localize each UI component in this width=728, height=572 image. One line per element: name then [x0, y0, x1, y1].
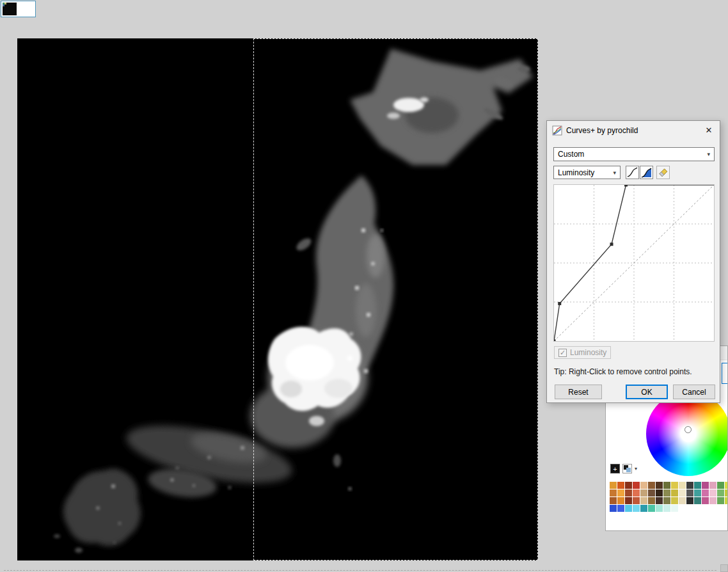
- palette-swatch[interactable]: [663, 497, 670, 504]
- palette-swatch[interactable]: [640, 497, 647, 504]
- channel-value: Luminosity: [558, 168, 594, 177]
- palette-swatch[interactable]: [686, 489, 693, 497]
- palette-swatch[interactable]: [725, 505, 728, 512]
- palette-swatch[interactable]: [694, 505, 701, 512]
- palette-swatch[interactable]: [679, 489, 686, 497]
- palette-swatch[interactable]: [656, 489, 663, 497]
- chevron-down-icon: ▾: [613, 170, 616, 176]
- eraser-icon: [657, 166, 669, 179]
- palette-swatch[interactable]: [610, 497, 617, 504]
- color-wheel[interactable]: [646, 392, 728, 476]
- color-palette-grid: [610, 482, 728, 512]
- palette-swatch[interactable]: [633, 489, 640, 497]
- palette-swatch[interactable]: [617, 489, 624, 497]
- palette-swatch[interactable]: [671, 497, 678, 504]
- palette-swatch[interactable]: [717, 489, 724, 497]
- curve-editor[interactable]: [553, 184, 715, 342]
- curve-control-point[interactable]: [558, 302, 561, 305]
- palette-swatch[interactable]: [702, 489, 709, 497]
- palette-swatch[interactable]: [656, 497, 663, 504]
- palette-swatch[interactable]: [640, 489, 647, 497]
- curves-plus-dialog: Curves+ by pyrochild ✕ Custom ▾ Luminosi…: [546, 120, 720, 403]
- palette-swatch[interactable]: [686, 505, 693, 512]
- palette-swatch[interactable]: [694, 489, 701, 497]
- palette-swatch[interactable]: [717, 482, 724, 489]
- colors-more-button[interactable]: [722, 363, 728, 384]
- dialog-titlebar[interactable]: Curves+ by pyrochild ✕: [547, 121, 720, 140]
- palette-swatch[interactable]: [633, 497, 640, 504]
- palette-swatch[interactable]: [663, 505, 670, 512]
- bottom-dashed-edge: [4, 570, 716, 571]
- palette-swatch[interactable]: [610, 482, 617, 489]
- palette-swatch[interactable]: [686, 482, 693, 489]
- palette-swatch[interactable]: [725, 497, 728, 504]
- palette-swatch[interactable]: [617, 482, 624, 489]
- thumbnail-pixel: [4, 3, 6, 4]
- palette-swatch[interactable]: [709, 497, 716, 504]
- eraser-tool-button[interactable]: [656, 166, 670, 179]
- curve-filled-icon: [640, 166, 653, 179]
- palette-swatch[interactable]: [694, 482, 701, 489]
- curve-control-point[interactable]: [554, 340, 556, 342]
- palette-swatch[interactable]: [717, 497, 724, 504]
- window-resize-grip[interactable]: [720, 564, 728, 572]
- palette-swatch[interactable]: [648, 497, 655, 504]
- curve-line-tool-button[interactable]: [626, 166, 639, 179]
- palette-swatch[interactable]: [610, 489, 617, 497]
- palette-swatch[interactable]: [679, 505, 686, 512]
- palette-swatch[interactable]: [671, 489, 678, 497]
- palette-swatch[interactable]: [640, 505, 647, 512]
- primary-secondary-swatch-icon[interactable]: [622, 464, 632, 473]
- palette-swatch[interactable]: [671, 482, 678, 489]
- palette-swatch[interactable]: [679, 497, 686, 504]
- checkbox-checked-icon[interactable]: ✓: [558, 349, 567, 357]
- secondary-color-swatch: [626, 468, 631, 472]
- palette-swatch[interactable]: [686, 497, 693, 504]
- channel-dropdown[interactable]: Luminosity ▾: [553, 166, 621, 179]
- palette-swatch[interactable]: [702, 505, 709, 512]
- palette-swatch[interactable]: [625, 482, 632, 489]
- palette-swatch[interactable]: [610, 505, 617, 512]
- palette-swatch[interactable]: [640, 482, 647, 489]
- reset-button[interactable]: Reset: [555, 385, 602, 399]
- palette-swatch[interactable]: [625, 505, 632, 512]
- palette-swatch[interactable]: [725, 482, 728, 489]
- palette-swatch[interactable]: [663, 489, 670, 497]
- palette-swatch[interactable]: [617, 497, 624, 504]
- cancel-button[interactable]: Cancel: [673, 385, 715, 399]
- palette-swatch[interactable]: [625, 497, 632, 504]
- preset-dropdown[interactable]: Custom ▾: [553, 147, 715, 161]
- color-wheel-indicator[interactable]: [684, 426, 692, 433]
- ok-button[interactable]: OK: [626, 385, 668, 399]
- palette-swatch[interactable]: [709, 489, 716, 497]
- curve-control-point[interactable]: [610, 242, 613, 246]
- palette-swatch[interactable]: [679, 482, 686, 489]
- palette-swatch[interactable]: [633, 505, 640, 512]
- palette-swatch[interactable]: [648, 505, 655, 512]
- palette-swatch[interactable]: [617, 505, 624, 512]
- palette-swatch[interactable]: [702, 497, 709, 504]
- palette-swatch[interactable]: [671, 505, 678, 512]
- palette-swatch[interactable]: [717, 505, 724, 512]
- palette-swatch[interactable]: [694, 497, 701, 504]
- palette-swatch[interactable]: [702, 482, 709, 489]
- add-palette-color-icon[interactable]: +: [610, 464, 620, 473]
- palette-swatch[interactable]: [725, 489, 728, 497]
- swatch-dropdown-chevron-icon[interactable]: ▾: [635, 466, 637, 472]
- curve-filled-tool-button[interactable]: [640, 166, 653, 179]
- drawing-canvas[interactable]: [17, 38, 538, 560]
- palette-swatch[interactable]: [656, 505, 663, 512]
- curve-control-point[interactable]: [624, 185, 628, 187]
- image-tab-thumbnail[interactable]: [1, 1, 36, 17]
- palette-swatch[interactable]: [633, 482, 640, 489]
- close-icon[interactable]: ✕: [698, 121, 720, 140]
- palette-swatch[interactable]: [648, 489, 655, 497]
- palette-swatch[interactable]: [663, 482, 670, 489]
- palette-swatch[interactable]: [648, 482, 655, 489]
- palette-swatch[interactable]: [656, 482, 663, 489]
- palette-swatch[interactable]: [709, 505, 716, 512]
- palette-swatch[interactable]: [625, 489, 632, 497]
- tip-text: Tip: Right-Click to remove control point…: [554, 367, 692, 376]
- palette-swatch[interactable]: [709, 482, 716, 489]
- luminosity-checkbox-row[interactable]: ✓ Luminosity: [554, 346, 611, 359]
